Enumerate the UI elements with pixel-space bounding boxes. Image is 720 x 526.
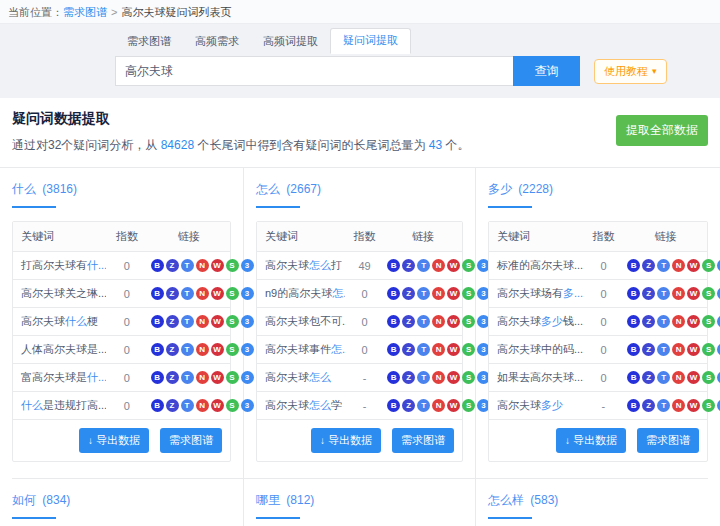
weibo-icon[interactable]: W — [447, 371, 460, 384]
baidu-tieba-icon[interactable]: T — [181, 287, 194, 300]
baidu-tieba-icon[interactable]: T — [417, 315, 430, 328]
baidu-tieba-icon[interactable]: T — [657, 287, 670, 300]
baidu-icon[interactable]: B — [387, 371, 400, 384]
baidu-icon[interactable]: B — [387, 315, 400, 328]
toutiao-icon[interactable]: N — [432, 371, 445, 384]
baidu-tieba-icon[interactable]: T — [657, 371, 670, 384]
toutiao-icon[interactable]: N — [432, 315, 445, 328]
baidu-zhidao-icon[interactable]: Z — [402, 371, 415, 384]
baidu-zhidao-icon[interactable]: Z — [642, 343, 655, 356]
sogou-icon[interactable]: S — [226, 287, 239, 300]
query-button[interactable]: 查询 — [513, 56, 580, 86]
export-data-button[interactable]: ↓导出数据 — [79, 428, 149, 453]
toutiao-icon[interactable]: N — [432, 259, 445, 272]
baidu-zhidao-icon[interactable]: Z — [402, 399, 415, 412]
keyword-link[interactable]: 高尔夫球关之琳... — [13, 280, 106, 308]
sogou-icon[interactable]: S — [702, 315, 715, 328]
card-word-link[interactable]: 怎么 — [256, 182, 280, 196]
baidu-zhidao-icon[interactable]: Z — [402, 315, 415, 328]
extract-all-button[interactable]: 提取全部数据 — [616, 115, 708, 146]
sogou-icon[interactable]: S — [462, 259, 475, 272]
sogou-icon[interactable]: S — [702, 287, 715, 300]
sogou-icon[interactable]: S — [226, 371, 239, 384]
baidu-tieba-icon[interactable]: T — [181, 343, 194, 356]
baidu-tieba-icon[interactable]: T — [657, 315, 670, 328]
toutiao-icon[interactable]: N — [196, 287, 209, 300]
card-word-link[interactable]: 哪里 — [256, 493, 280, 507]
sogou-icon[interactable]: S — [462, 371, 475, 384]
keyword-link[interactable]: 高尔夫球怎么打 — [257, 252, 345, 280]
baidu-tieba-icon[interactable]: T — [417, 399, 430, 412]
sogou-icon[interactable]: S — [226, 343, 239, 356]
baidu-icon[interactable]: B — [627, 315, 640, 328]
baidu-icon[interactable]: B — [627, 287, 640, 300]
card-word-link[interactable]: 多少 — [488, 182, 512, 196]
tab-demand-graph[interactable]: 需求图谱 — [115, 30, 183, 54]
tab-high-freq-demand[interactable]: 高频需求 — [183, 30, 251, 54]
baidu-icon[interactable]: B — [151, 259, 164, 272]
baidu-icon[interactable]: B — [387, 399, 400, 412]
keyword-link[interactable]: 富高尔夫球是什... — [13, 364, 106, 392]
weibo-icon[interactable]: W — [687, 259, 700, 272]
export-data-button[interactable]: ↓导出数据 — [556, 428, 626, 453]
baidu-icon[interactable]: B — [151, 315, 164, 328]
weibo-icon[interactable]: W — [687, 371, 700, 384]
toutiao-icon[interactable]: N — [672, 371, 685, 384]
demand-graph-button[interactable]: 需求图谱 — [160, 428, 222, 453]
toutiao-icon[interactable]: N — [432, 287, 445, 300]
weibo-icon[interactable]: W — [687, 343, 700, 356]
weibo-icon[interactable]: W — [211, 287, 224, 300]
toutiao-icon[interactable]: N — [672, 399, 685, 412]
weibo-icon[interactable]: W — [211, 343, 224, 356]
export-data-button[interactable]: ↓导出数据 — [311, 428, 381, 453]
card-word-link[interactable]: 怎么样 — [488, 493, 524, 507]
sogou-icon[interactable]: S — [226, 399, 239, 412]
tab-question-words[interactable]: 疑问词提取 — [330, 28, 411, 54]
sogou-icon[interactable]: S — [702, 259, 715, 272]
keyword-link[interactable]: 高尔夫球场有多... — [489, 280, 583, 308]
keyword-link[interactable]: 高尔夫球事件怎... — [257, 336, 345, 364]
baidu-icon[interactable]: B — [627, 399, 640, 412]
toutiao-icon[interactable]: N — [672, 287, 685, 300]
baidu-zhidao-icon[interactable]: Z — [402, 259, 415, 272]
weibo-icon[interactable]: W — [211, 399, 224, 412]
toutiao-icon[interactable]: N — [196, 315, 209, 328]
keyword-link[interactable]: n9的高尔夫球怎... — [257, 280, 345, 308]
sogou-icon[interactable]: S — [462, 287, 475, 300]
baidu-tieba-icon[interactable]: T — [181, 259, 194, 272]
toutiao-icon[interactable]: N — [196, 371, 209, 384]
toutiao-icon[interactable]: N — [672, 315, 685, 328]
weibo-icon[interactable]: W — [447, 399, 460, 412]
weibo-icon[interactable]: W — [687, 315, 700, 328]
baidu-zhidao-icon[interactable]: Z — [166, 343, 179, 356]
search-input[interactable] — [115, 56, 513, 86]
baidu-tieba-icon[interactable]: T — [417, 371, 430, 384]
keyword-link[interactable]: 高尔夫球什么梗 — [13, 308, 106, 336]
baidu-zhidao-icon[interactable]: Z — [642, 399, 655, 412]
baidu-zhidao-icon[interactable]: Z — [402, 287, 415, 300]
baidu-icon[interactable]: B — [627, 259, 640, 272]
keyword-link[interactable]: 如果去高尔夫球... — [489, 364, 583, 392]
sogou-icon[interactable]: S — [226, 259, 239, 272]
sogou-icon[interactable]: S — [462, 399, 475, 412]
tutorial-button[interactable]: 使用教程▾ — [594, 59, 667, 84]
sogou-icon[interactable]: S — [226, 315, 239, 328]
baidu-tieba-icon[interactable]: T — [181, 399, 194, 412]
baidu-icon[interactable]: B — [627, 343, 640, 356]
keyword-link[interactable]: 打高尔夫球有什... — [13, 252, 106, 280]
weibo-icon[interactable]: W — [447, 315, 460, 328]
baidu-tieba-icon[interactable]: T — [181, 315, 194, 328]
baidu-icon[interactable]: B — [387, 259, 400, 272]
baidu-icon[interactable]: B — [387, 343, 400, 356]
baidu-tieba-icon[interactable]: T — [417, 287, 430, 300]
toutiao-icon[interactable]: N — [196, 343, 209, 356]
baidu-tieba-icon[interactable]: T — [181, 371, 194, 384]
weibo-icon[interactable]: W — [447, 287, 460, 300]
weibo-icon[interactable]: W — [211, 259, 224, 272]
card-word-link[interactable]: 如何 — [12, 493, 36, 507]
baidu-tieba-icon[interactable]: T — [657, 343, 670, 356]
toutiao-icon[interactable]: N — [672, 259, 685, 272]
baidu-icon[interactable]: B — [151, 371, 164, 384]
sogou-icon[interactable]: S — [702, 399, 715, 412]
sogou-icon[interactable]: S — [462, 343, 475, 356]
